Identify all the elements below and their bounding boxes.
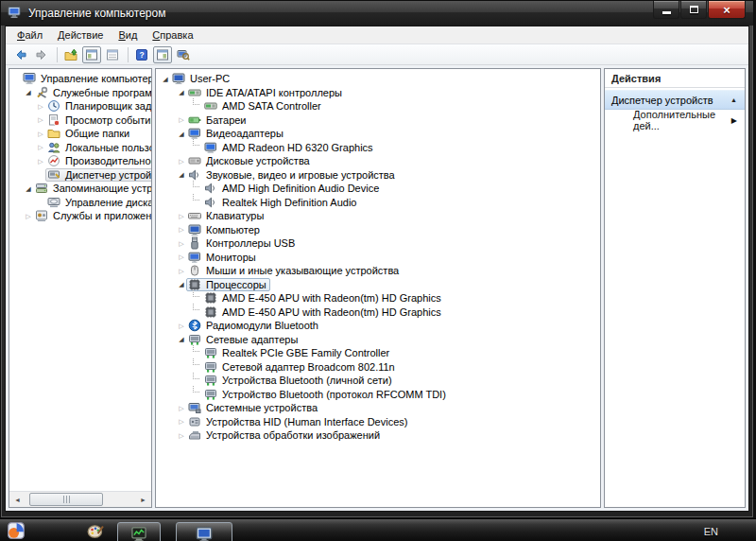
device-tree-item[interactable]: ▷Мониторы xyxy=(156,251,600,265)
title-bar[interactable]: Управление компьютером × xyxy=(1,1,753,26)
device-tree-item[interactable]: Сетевой адаптер Broadcom 802.11n xyxy=(156,360,600,375)
actions-group-device-manager[interactable]: Диспетчер устройств ▲ xyxy=(605,90,745,110)
menu-item-2[interactable]: Вид xyxy=(111,27,145,43)
device-tree-item[interactable]: AMD E-450 APU with Radeon(tm) HD Graphic… xyxy=(156,305,600,320)
collapsed-arrow-icon[interactable]: ▷ xyxy=(36,158,45,165)
paint-taskbar-button[interactable] xyxy=(83,522,108,539)
device-tree-item[interactable]: ◢Процессоры xyxy=(156,278,600,292)
collapsed-arrow-icon[interactable]: ▷ xyxy=(177,158,186,165)
expanded-arrow-icon[interactable]: ◢ xyxy=(177,131,186,137)
actions-more-item[interactable]: Дополнительные дей... ▶ xyxy=(605,110,745,131)
collapsed-arrow-icon[interactable]: ▷ xyxy=(177,226,186,233)
collapsed-arrow-icon[interactable]: ▷ xyxy=(177,418,186,425)
scrollbar-track[interactable] xyxy=(26,492,135,507)
console-tree-item[interactable]: ▷Просмотр событий xyxy=(9,113,151,128)
console-tree-item[interactable]: ▷Производительность xyxy=(9,154,151,168)
forward-button[interactable] xyxy=(32,46,51,63)
device-tree-item[interactable]: Устройство Bluetooth (протокол RFCOMM TD… xyxy=(156,388,600,402)
collapsed-arrow-icon[interactable]: ▷ xyxy=(177,432,186,439)
scan-hardware-button[interactable] xyxy=(174,46,193,63)
collapsed-arrow-icon[interactable]: ▷ xyxy=(177,268,186,274)
console-tree-item[interactable]: ◢Запоминающие устройст xyxy=(9,182,151,196)
console-tree-item[interactable]: ▷Общие папки xyxy=(9,127,151,141)
device-tree-item[interactable]: ▷Компьютер xyxy=(156,223,600,237)
scroll-left-button[interactable]: ◄ xyxy=(9,492,26,507)
orb-app-taskbar-button[interactable] xyxy=(4,522,28,539)
menu-item-1[interactable]: Действие xyxy=(50,27,111,43)
console-tree-item[interactable]: ▷Службы и приложения xyxy=(9,209,151,223)
console-tree-item[interactable]: ▷Локальные пользовате xyxy=(9,141,151,155)
collapsed-arrow-icon[interactable]: ▷ xyxy=(36,103,45,110)
device-tree-item[interactable]: AMD Radeon HD 6320 Graphics xyxy=(156,141,600,155)
expanded-arrow-icon[interactable]: ◢ xyxy=(24,89,33,96)
collapsed-arrow-icon[interactable]: ▷ xyxy=(177,253,186,260)
tree-connector-line xyxy=(193,98,199,105)
device-tree-item[interactable]: ◢User-PC xyxy=(156,72,600,86)
menu-item-0[interactable]: Файл xyxy=(9,27,50,43)
collapsed-arrow-icon[interactable]: ▷ xyxy=(177,116,186,123)
language-indicator[interactable]: EN xyxy=(704,526,718,537)
expanded-arrow-icon[interactable]: ◢ xyxy=(177,281,186,288)
tree-connector-line xyxy=(193,304,199,310)
device-tree-item[interactable]: ▷Устройства HID (Human Interface Devices… xyxy=(156,415,600,429)
device-tree: ◢User-PC◢IDE ATA/ATAPI контроллерыAMD SA… xyxy=(156,69,600,443)
console-tree-item[interactable]: Диспетчер устройств xyxy=(9,168,151,183)
collapsed-arrow-icon[interactable]: ▷ xyxy=(36,116,45,123)
collapsed-arrow-icon[interactable]: ▷ xyxy=(36,131,45,137)
device-tree-item[interactable]: ▷Мыши и иные указывающие устройства xyxy=(156,264,600,278)
expanded-arrow-icon[interactable]: ◢ xyxy=(177,89,186,96)
console-tree-item-surface: Управление компьютером (л xyxy=(21,72,151,85)
expanded-arrow-icon[interactable]: ◢ xyxy=(177,171,186,178)
computer-management-taskbar-taskbar-button[interactable] xyxy=(176,522,232,541)
close-button[interactable]: × xyxy=(708,1,746,19)
maximize-button[interactable] xyxy=(680,1,707,19)
horizontal-scrollbar[interactable]: ◄ ► xyxy=(9,491,151,507)
export-list-button[interactable] xyxy=(61,46,80,63)
console-tree-window-button[interactable] xyxy=(82,46,101,63)
action-pane-window-button[interactable] xyxy=(153,46,172,63)
device-tree-item[interactable]: Realtek High Definition Audio xyxy=(156,196,600,210)
device-tree-item[interactable]: ◢IDE ATA/ATAPI контроллеры xyxy=(156,86,600,100)
expanded-arrow-icon[interactable]: ◢ xyxy=(161,76,170,82)
console-tree-item-surface: Просмотр событий xyxy=(45,113,151,127)
console-tree-item[interactable]: Управление компьютером (л xyxy=(9,72,151,86)
collapsed-arrow-icon[interactable]: ▷ xyxy=(177,213,186,219)
back-button[interactable] xyxy=(11,46,30,63)
properties-window-button[interactable] xyxy=(103,46,122,63)
scan-hardware-icon xyxy=(177,48,190,61)
console-tree-item[interactable]: ▷Планировщик заданий xyxy=(9,99,151,113)
help-button[interactable]: ? xyxy=(132,46,151,63)
device-tree-item[interactable]: ▷Батареи xyxy=(156,113,600,128)
device-tree-item-label: Сетевые адаптеры xyxy=(206,333,298,346)
device-tree-item[interactable]: ◢Сетевые адаптеры xyxy=(156,333,600,347)
device-tree-item[interactable]: ◢Звуковые, видео и игровые устройства xyxy=(156,168,600,183)
device-tree-item[interactable]: ▷Системные устройства xyxy=(156,401,600,415)
device-tree-item[interactable]: AMD SATA Controller xyxy=(156,99,600,113)
collapsed-arrow-icon[interactable]: ▷ xyxy=(24,213,33,219)
device-tree-item[interactable]: AMD E-450 APU with Radeon(tm) HD Graphic… xyxy=(156,291,600,305)
scrollbar-thumb[interactable] xyxy=(29,493,103,506)
device-tree-item[interactable]: ◢Видеоадаптеры xyxy=(156,127,600,141)
device-tree-item[interactable]: AMD High Definition Audio Device xyxy=(156,182,600,196)
device-tree-item[interactable]: ▷Радиомодули Bluetooth xyxy=(156,319,600,333)
minimize-button[interactable] xyxy=(653,1,679,19)
console-tree-item[interactable]: Управление дисками xyxy=(9,196,151,210)
expanded-arrow-icon[interactable]: ◢ xyxy=(177,336,186,342)
help-icon: ? xyxy=(135,48,148,61)
collapse-arrow-icon[interactable]: ▲ xyxy=(730,96,737,103)
device-tree-item[interactable]: Realtek PCIe GBE Family Controller xyxy=(156,346,600,360)
menu-item-3[interactable]: Справка xyxy=(145,27,200,43)
device-tree-item[interactable]: ▷Дисковые устройства xyxy=(156,154,600,168)
collapsed-arrow-icon[interactable]: ▷ xyxy=(177,405,186,411)
collapsed-arrow-icon[interactable]: ▷ xyxy=(177,240,186,247)
device-tree-item[interactable]: ▷Клавиатуры xyxy=(156,209,600,223)
expanded-arrow-icon[interactable]: ◢ xyxy=(24,185,33,192)
device-tree-item[interactable]: ▷Контроллеры USB xyxy=(156,236,600,251)
device-tree-item[interactable]: Устройства Bluetooth (личной сети) xyxy=(156,374,600,388)
scroll-right-button[interactable]: ► xyxy=(135,492,151,507)
device-tree-item[interactable]: ▷Устройства обработки изображений xyxy=(156,428,600,443)
collapsed-arrow-icon[interactable]: ▷ xyxy=(36,144,45,150)
collapsed-arrow-icon[interactable]: ▷ xyxy=(177,323,186,329)
console-tree-item[interactable]: ◢Служебные программы xyxy=(9,86,151,100)
monitoring-app-taskbar-button[interactable] xyxy=(117,522,161,541)
